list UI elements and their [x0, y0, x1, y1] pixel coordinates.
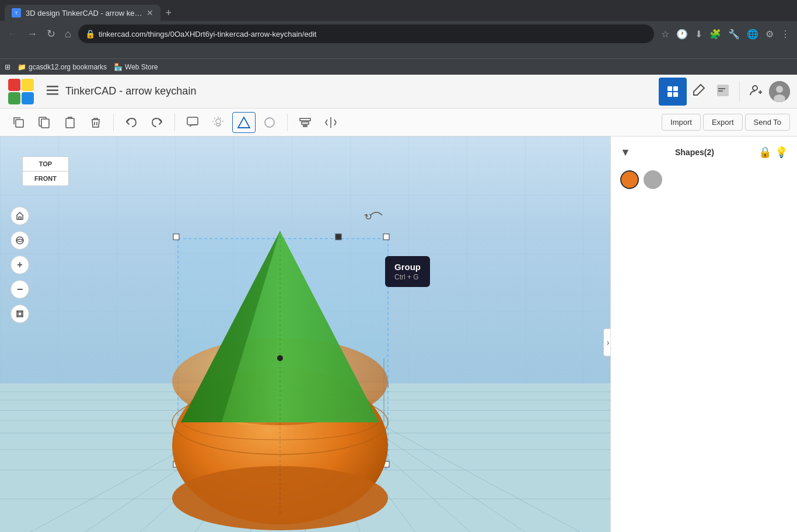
svg-point-21: [265, 118, 274, 127]
align-button[interactable]: [293, 112, 317, 133]
import-button[interactable]: Import: [662, 114, 701, 131]
nav-controls: + −: [11, 206, 29, 323]
view-top-label[interactable]: TOP: [23, 157, 68, 172]
panel-header: ▼ Shapes(2) 🔒 💡: [620, 146, 788, 159]
copy-button[interactable]: [33, 112, 56, 133]
svg-marker-28: [18, 312, 22, 316]
svg-rect-14: [16, 120, 23, 127]
perspective-button[interactable]: [11, 304, 29, 323]
invite-user-button[interactable]: [746, 80, 767, 103]
tinkercad-logo: [7, 78, 35, 106]
extension3-icon[interactable]: 🌐: [744, 26, 761, 42]
svg-point-10: [753, 86, 757, 90]
svg-rect-4: [673, 86, 678, 91]
more-icon[interactable]: ⋮: [778, 26, 792, 42]
bookmark-store-icon: 🏪: [114, 63, 123, 71]
light-toggle-button[interactable]: [207, 112, 230, 133]
tab-3d-design[interactable]: [659, 78, 687, 106]
new-tab-button[interactable]: +: [165, 7, 172, 19]
undo-button[interactable]: [120, 112, 143, 133]
history-icon[interactable]: 🕐: [674, 26, 690, 42]
orbit-button[interactable]: [11, 231, 29, 250]
view-front-label[interactable]: FRONT: [23, 172, 68, 186]
bookmark-star-icon[interactable]: ☆: [659, 26, 672, 42]
tab-label: 3D design TinkerCAD - arrow ke…: [26, 9, 142, 18]
tab-code-button[interactable]: [712, 80, 733, 103]
grid-background: ↻ ↻: [0, 136, 610, 532]
mirror-button[interactable]: [319, 112, 342, 133]
tab-favicon: T: [12, 8, 21, 18]
svg-rect-8: [718, 88, 725, 89]
group-tooltip: Group Ctrl + G: [385, 256, 430, 287]
address-bar[interactable]: 🔒 tinkercad.com/things/0OaXHDrt6yi-tinke…: [78, 24, 654, 43]
toolbar-sep2: [174, 114, 175, 131]
paste-button[interactable]: [58, 112, 82, 133]
send-to-button[interactable]: Send To: [745, 114, 790, 131]
svg-rect-59: [383, 234, 389, 240]
svg-text:l: l: [387, 382, 389, 388]
bookmark-gcasdk[interactable]: 📁 gcasdk12.org bookmarks: [18, 63, 107, 71]
svg-marker-20: [238, 117, 250, 128]
svg-rect-2: [47, 93, 58, 95]
hollow-mode-button[interactable]: [258, 112, 281, 133]
svg-rect-23: [302, 122, 309, 124]
svg-rect-57: [173, 234, 179, 240]
app-menu-button[interactable]: [44, 82, 61, 100]
svg-rect-1: [47, 90, 58, 92]
forward-button[interactable]: →: [25, 26, 40, 43]
tooltip-title: Group: [394, 262, 421, 272]
viewport[interactable]: ↻ ↻: [0, 136, 610, 532]
svg-rect-3: [667, 86, 672, 91]
header-separator: [739, 81, 740, 102]
toolbar-sep3: [287, 114, 288, 131]
download-icon[interactable]: ⬇: [693, 26, 705, 42]
duplicate-button[interactable]: [7, 112, 30, 133]
back-button[interactable]: ←: [5, 26, 20, 43]
active-tab[interactable]: T 3D design TinkerCAD - arrow ke… ✕: [5, 5, 160, 21]
tab-close-btn[interactable]: ✕: [146, 8, 153, 18]
shape-mode-button[interactable]: [232, 112, 256, 133]
extension2-icon[interactable]: 🔧: [726, 26, 742, 42]
bookmark-apps-icon[interactable]: ⊞: [5, 63, 11, 71]
panel-collapse-button[interactable]: ▼: [620, 146, 631, 159]
delete-button[interactable]: [84, 112, 107, 133]
svg-point-19: [216, 119, 221, 124]
app-title: TinkerCAD - arrow keychain: [65, 85, 654, 97]
svg-rect-18: [187, 117, 198, 125]
color-gray-picker[interactable]: [644, 170, 662, 189]
tooltip-shortcut: Ctrl + G: [394, 273, 421, 281]
svg-rect-24: [303, 125, 307, 127]
svg-point-77: [277, 355, 283, 361]
zoom-in-icon: +: [17, 260, 22, 270]
extension4-icon[interactable]: ⚙: [763, 26, 776, 42]
svg-point-12: [776, 86, 783, 93]
redo-button[interactable]: [145, 112, 169, 133]
svg-rect-0: [47, 86, 58, 88]
export-button[interactable]: Export: [703, 114, 743, 131]
toolbar-sep1: [113, 114, 114, 131]
right-panel: ▼ Shapes(2) 🔒 💡: [610, 136, 797, 532]
home-button[interactable]: ⌂: [62, 26, 74, 43]
zoom-out-button[interactable]: −: [11, 280, 29, 299]
svg-rect-5: [667, 92, 672, 97]
refresh-button[interactable]: ↻: [44, 25, 58, 43]
svg-rect-16: [41, 119, 49, 128]
bookmark-folder-icon: 📁: [18, 63, 26, 71]
home-view-button[interactable]: [11, 206, 29, 225]
zoom-in-button[interactable]: +: [11, 256, 29, 274]
toolbar: Import Export Send To: [0, 108, 797, 136]
comment-button[interactable]: [181, 112, 204, 133]
header-tabs: [659, 78, 790, 106]
panel-title: Shapes(2): [675, 148, 714, 157]
light-icon[interactable]: 💡: [775, 146, 788, 159]
color-orange-picker[interactable]: [620, 170, 639, 189]
svg-point-26: [16, 237, 23, 244]
svg-rect-17: [66, 118, 74, 128]
lock-icon[interactable]: 🔒: [758, 146, 771, 159]
bookmark-webstore[interactable]: 🏪 Web Store: [114, 63, 158, 71]
shape-color-row: [620, 170, 788, 189]
extension1-icon[interactable]: 🧩: [707, 26, 723, 42]
svg-rect-58: [335, 234, 341, 240]
user-avatar[interactable]: [769, 81, 790, 102]
tab-build-button[interactable]: [689, 80, 710, 103]
